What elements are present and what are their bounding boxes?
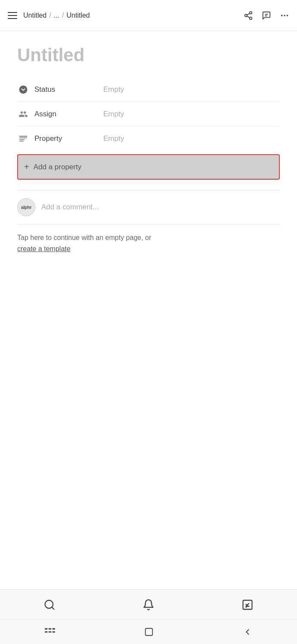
share-icon[interactable] <box>244 11 253 20</box>
svg-line-3 <box>247 16 250 18</box>
svg-line-16 <box>52 607 54 609</box>
svg-line-4 <box>247 13 250 15</box>
properties-list: Status Empty Assign Empty <box>17 78 280 151</box>
edit-nav-icon[interactable] <box>241 599 254 611</box>
property-value: Empty <box>103 134 124 143</box>
header-right <box>244 11 289 20</box>
svg-rect-22 <box>48 631 51 632</box>
add-property-button[interactable]: + Add a property <box>17 154 280 180</box>
more-options-icon[interactable] <box>280 11 289 20</box>
android-menu-icon[interactable] <box>45 628 55 636</box>
page-title[interactable]: Untitled <box>17 45 280 65</box>
comment-divider <box>17 224 280 224</box>
property-property-row[interactable]: Property Empty <box>17 127 280 151</box>
comment-row: alphr Add a comment... <box>17 198 280 216</box>
property-icon <box>17 133 29 145</box>
svg-point-9 <box>287 15 288 16</box>
main-content: Untitled Status Empty <box>0 31 297 589</box>
breadcrumb-part3[interactable]: Untitled <box>67 12 90 19</box>
content-divider <box>17 190 280 190</box>
assign-label: Assign <box>34 110 103 118</box>
breadcrumb-sep2: / <box>62 12 64 19</box>
comment-icon[interactable] <box>262 11 271 20</box>
assign-value: Empty <box>103 110 124 118</box>
avatar-text: alphr <box>21 205 31 210</box>
svg-point-7 <box>281 15 283 16</box>
breadcrumb-sep1: / <box>49 12 51 19</box>
android-home-icon[interactable] <box>144 627 154 637</box>
svg-rect-23 <box>52 631 55 632</box>
bell-nav-icon[interactable] <box>142 599 155 611</box>
svg-rect-24 <box>145 628 153 636</box>
breadcrumb-part1[interactable]: Untitled <box>23 12 46 19</box>
assign-property-row[interactable]: Assign Empty <box>17 102 280 127</box>
add-property-label: Add a property <box>34 163 82 171</box>
svg-rect-18 <box>45 628 47 629</box>
android-back-icon[interactable] <box>243 627 252 637</box>
header-left: Untitled / ... / Untitled <box>8 12 90 19</box>
hint-text[interactable]: Tap here to continue with an empty page,… <box>17 234 151 241</box>
menu-icon[interactable] <box>8 12 17 19</box>
status-label: Status <box>34 85 103 94</box>
comment-placeholder[interactable]: Add a comment... <box>41 203 99 212</box>
status-value: Empty <box>103 85 124 94</box>
avatar: alphr <box>17 198 35 216</box>
breadcrumb-part2[interactable]: ... <box>54 12 59 19</box>
svg-rect-19 <box>48 628 51 629</box>
assign-icon <box>17 108 29 120</box>
status-icon <box>17 84 29 96</box>
search-nav-icon[interactable] <box>43 599 56 611</box>
page-hint: Tap here to continue with an empty page,… <box>17 232 280 254</box>
bottom-nav <box>0 589 297 644</box>
status-property-row[interactable]: Status Empty <box>17 78 280 102</box>
svg-rect-20 <box>52 628 55 629</box>
bottom-nav-top <box>0 590 297 620</box>
create-template-link[interactable]: create a template <box>17 245 71 252</box>
app-header: Untitled / ... / Untitled <box>0 0 297 31</box>
add-property-plus-icon: + <box>24 162 29 172</box>
svg-point-8 <box>284 15 285 16</box>
bottom-nav-bottom <box>0 620 297 644</box>
svg-point-10 <box>19 86 27 93</box>
property-label: Property <box>34 134 103 143</box>
svg-rect-21 <box>45 631 47 632</box>
breadcrumb: Untitled / ... / Untitled <box>23 12 90 19</box>
